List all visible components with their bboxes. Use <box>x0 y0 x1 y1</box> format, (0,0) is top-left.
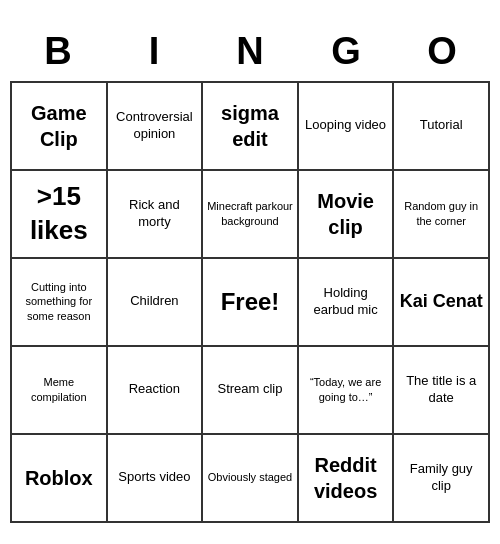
title-b: B <box>13 30 103 73</box>
bingo-cell-21: Sports video <box>108 435 204 523</box>
bingo-cell-24: Family guy clip <box>394 435 490 523</box>
bingo-cell-6: Rick and morty <box>108 171 204 259</box>
bingo-cell-9: Random guy in the corner <box>394 171 490 259</box>
bingo-cell-1: Controversial opinion <box>108 83 204 171</box>
bingo-cell-7: Minecraft parkour background <box>203 171 299 259</box>
bingo-grid: Game ClipControversial opinionsigma edit… <box>10 81 490 523</box>
bingo-card: B I N G O Game ClipControversial opinion… <box>0 12 500 533</box>
bingo-cell-23: Reddit videos <box>299 435 395 523</box>
title-o: O <box>397 30 487 73</box>
title-i: I <box>109 30 199 73</box>
bingo-cell-5: >15 likes <box>12 171 108 259</box>
bingo-cell-18: “Today, we are going to…” <box>299 347 395 435</box>
bingo-cell-3: Looping video <box>299 83 395 171</box>
title-g: G <box>301 30 391 73</box>
bingo-cell-22: Obviously staged <box>203 435 299 523</box>
bingo-cell-2: sigma edit <box>203 83 299 171</box>
bingo-cell-12: Free! <box>203 259 299 347</box>
bingo-cell-17: Stream clip <box>203 347 299 435</box>
title-n: N <box>205 30 295 73</box>
bingo-cell-15: Meme compilation <box>12 347 108 435</box>
bingo-cell-4: Tutorial <box>394 83 490 171</box>
bingo-cell-8: Movie clip <box>299 171 395 259</box>
bingo-cell-0: Game Clip <box>12 83 108 171</box>
bingo-cell-13: Holding earbud mic <box>299 259 395 347</box>
bingo-cell-20: Roblox <box>12 435 108 523</box>
bingo-title: B I N G O <box>10 22 490 81</box>
bingo-cell-14: Kai Cenat <box>394 259 490 347</box>
bingo-cell-16: Reaction <box>108 347 204 435</box>
bingo-cell-11: Children <box>108 259 204 347</box>
bingo-cell-10: Cutting into something for some reason <box>12 259 108 347</box>
bingo-cell-19: The title is a date <box>394 347 490 435</box>
